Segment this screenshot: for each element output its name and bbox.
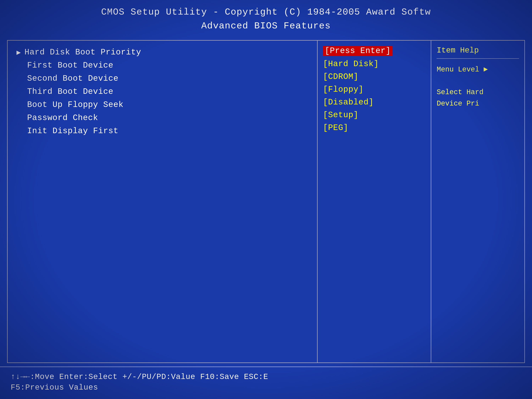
header: CMOS Setup Utility - Copyright (C) 1984-… bbox=[0, 0, 532, 37]
menu-item-second-boot-device[interactable]: Second Boot Device bbox=[17, 74, 308, 83]
menu-item-first-boot-device[interactable]: First Boot Device bbox=[17, 61, 308, 70]
menu-item-boot-up-floppy-seek[interactable]: Boot Up Floppy Seek bbox=[17, 100, 308, 109]
main-content: Hard Disk Boot Priority First Boot Devic… bbox=[7, 40, 525, 363]
help-line3: Device Pri bbox=[437, 98, 519, 109]
option-press-enter[interactable]: [Press Enter] bbox=[323, 46, 393, 56]
footer-line1: ↑↓→←:Move Enter:Select +/-/PU/PD:Value F… bbox=[11, 372, 521, 381]
help-title: Item Help bbox=[437, 46, 519, 59]
left-panel: Hard Disk Boot Priority First Boot Devic… bbox=[8, 41, 318, 362]
menu-item-third-boot-device[interactable]: Third Boot Device bbox=[17, 87, 308, 96]
middle-panel: [Press Enter] [Hard Disk] [CDROM] [Flopp… bbox=[318, 41, 431, 362]
menu-item-init-display-first[interactable]: Init Display First bbox=[17, 127, 308, 136]
footer-line2: F5:Previous Values bbox=[11, 383, 521, 392]
header-line2: Advanced BIOS Features bbox=[0, 19, 532, 33]
bios-screen: CMOS Setup Utility - Copyright (C) 1984-… bbox=[0, 0, 532, 399]
option-hard-disk[interactable]: [Hard Disk] bbox=[323, 59, 425, 69]
menu-item-password-check[interactable]: Password Check bbox=[17, 113, 308, 122]
help-text: Menu Level ► Select Hard Device Pri bbox=[437, 64, 519, 109]
right-panel: Item Help Menu Level ► Select Hard Devic… bbox=[431, 41, 524, 362]
option-setup[interactable]: [Setup] bbox=[323, 110, 425, 120]
option-floppy[interactable]: [Floppy] bbox=[323, 85, 425, 94]
option-peg[interactable]: [PEG] bbox=[323, 123, 425, 133]
header-line1: CMOS Setup Utility - Copyright (C) 1984-… bbox=[0, 5, 532, 19]
help-line2: Select Hard bbox=[437, 87, 519, 98]
help-line1: Menu Level ► bbox=[437, 64, 519, 75]
option-disabled[interactable]: [Disabled] bbox=[323, 98, 425, 107]
option-cdrom[interactable]: [CDROM] bbox=[323, 72, 425, 81]
footer: ↑↓→←:Move Enter:Select +/-/PU/PD:Value F… bbox=[0, 367, 532, 399]
menu-item-hard-disk-boot-priority[interactable]: Hard Disk Boot Priority bbox=[17, 48, 308, 57]
